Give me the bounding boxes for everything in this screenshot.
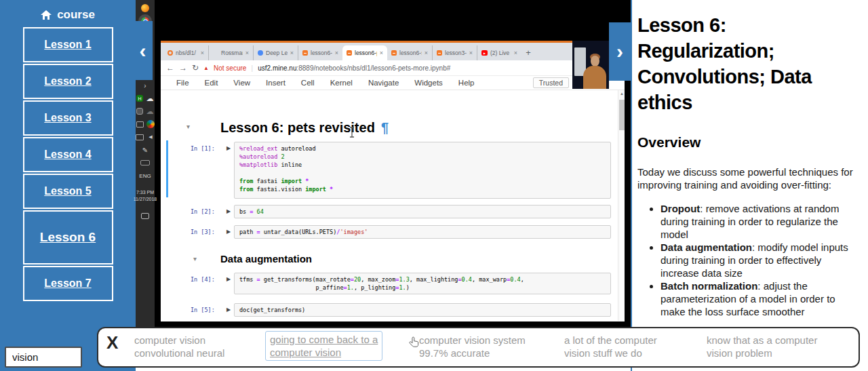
tab-close-icon[interactable]: × [425,50,428,56]
chevron-up-icon[interactable] [141,81,149,90]
browser-tab-4[interactable]: lesson6-pe× [342,45,387,60]
cloud-dark-icon[interactable] [146,107,154,115]
menu-edit[interactable]: Edit [205,79,218,87]
vm-icon[interactable] [136,95,143,102]
keyboard-icon[interactable] [140,160,150,165]
transcript-snippet-3[interactable]: a lot of the computervision stuff we do [564,334,657,359]
tab-close-icon[interactable]: × [335,50,338,56]
tab-close-icon[interactable]: × [380,50,383,56]
notification-icon[interactable] [141,213,149,219]
next-lesson-button[interactable]: › [609,22,631,81]
presenter-face [591,56,599,66]
clock-time: 7:33 PM [134,189,157,196]
lesson-video-player[interactable]: ENG7:33 PM11/27/2018 nbs/dl1/×Rossmann×D… [136,0,631,328]
code-token: from [239,178,253,184]
firefox-icon[interactable] [141,4,149,12]
hand-cursor-icon [409,336,420,349]
browser-tab-0[interactable]: nbs/dl1/× [163,45,208,60]
taskbar-row [136,120,155,128]
close-transcript-button[interactable]: X [106,332,118,353]
run-cell-icon[interactable]: ▶ [226,229,231,235]
sidebar-item-lesson-4[interactable]: Lesson 4 [23,137,113,172]
course-home-link[interactable]: course [0,0,136,22]
menu-insert[interactable]: Insert [266,79,285,87]
sidebar-item-lesson-1[interactable]: Lesson 1 [23,27,113,62]
tab-close-icon[interactable]: × [245,50,249,56]
not-secure-label: Not secure [214,64,246,72]
transcript-snippet-0[interactable]: computer visionconvolutional neural [134,334,224,359]
run-cell-icon[interactable]: ▶ [226,145,231,151]
taskbar-row [136,133,155,141]
language-indicator[interactable]: ENG [134,173,157,180]
sidebar-item-lesson-6[interactable]: Lesson 6 [23,210,113,265]
photos-icon[interactable] [136,108,143,115]
code-token: import [305,186,326,193]
lesson-list: Lesson 1Lesson 2Lesson 3Lesson 4Lesson 5… [0,27,136,301]
sidebar-item-lesson-3[interactable]: Lesson 3 [23,100,113,136]
menu-cell[interactable]: Cell [301,79,315,87]
code-cell[interactable]: tfms = get_transforms(max_rotate=20, max… [234,273,611,294]
transcript-search-input[interactable] [5,347,82,368]
snippet-line: vision problem [707,347,817,359]
run-cell-icon[interactable]: ▶ [226,208,231,214]
code-token: ) [406,284,410,291]
tab-title: lesson6-pe [355,50,377,56]
notebook-icon [437,50,442,56]
run-cell-icon[interactable]: ▶ [226,307,231,313]
monitor-icon[interactable] [136,134,144,140]
run-cell-icon[interactable]: ▶ [226,276,231,282]
menu-help[interactable]: Help [458,79,475,87]
sidebar-item-lesson-7[interactable]: Lesson 7 [23,266,113,301]
code-token: autoreload [277,145,315,152]
code-token: , [521,276,524,283]
tab-close-icon[interactable]: × [290,50,294,56]
code-cell[interactable]: path = untar_data(URLs.PETS)/'images' [234,225,611,239]
code-cell[interactable]: bs = 64 [234,205,611,218]
browser-tab-7[interactable]: (2) Live Ev× [477,45,521,60]
store-icon[interactable] [146,120,155,128]
code-token: 1. [399,284,406,291]
code-token: %matplotlib [239,161,277,168]
menu-navigate[interactable]: Navigate [368,79,399,87]
pilcrow-anchor-icon[interactable]: ¶ [381,120,389,136]
transcript-snippet-1[interactable]: going to come back to acomputer vision [265,331,382,361]
overview-bullet: Dropout: remove activations at random du… [660,202,861,241]
snippet-line: vision stuff we do [564,347,657,359]
code-token: , max_zoom [361,276,395,283]
browser-tab-5[interactable]: lesson6-su× [387,45,432,60]
chevron-left-icon: ‹ [140,39,146,62]
tab-title: Deep Lear [266,50,288,56]
tab-close-icon[interactable]: × [201,50,204,56]
collapse-icon[interactable]: ▾ [193,255,197,262]
prev-lesson-button[interactable]: ‹ [133,21,153,80]
code-cell[interactable]: doc(get_transforms) [234,303,611,317]
new-tab-button[interactable]: + [521,45,535,59]
menu-kernel[interactable]: Kernel [330,79,353,87]
tab-close-icon[interactable]: × [469,50,473,56]
sidebar-item-lesson-2[interactable]: Lesson 2 [23,64,113,99]
tab-close-icon[interactable]: × [514,50,517,56]
browser-tab-6[interactable]: lesson3-ca× [432,45,477,60]
pen-icon[interactable] [141,146,149,154]
transcript-snippet-4[interactable]: know that as a computervision problem [707,334,817,359]
window-icon[interactable] [136,121,144,128]
code-token: bs [239,208,250,215]
bullet-term: Batch normalization [660,280,757,292]
taskbar-row [140,159,150,167]
taskbar-row [141,212,149,220]
code-cell[interactable]: %reload_ext autoreload%autoreload 2%matp… [234,142,611,199]
taskbar-row [141,146,149,154]
code-token: fastai.vision [253,186,305,193]
menu-widgets[interactable]: Widgets [414,79,443,87]
browser-tab-2[interactable]: Deep Lear× [253,45,298,60]
menu-file[interactable]: File [176,79,189,87]
collapse-icon[interactable]: ▾ [186,123,190,130]
transcript-snippet-2[interactable]: computer vision system99.7% accurate [419,334,526,359]
browser-tab-1[interactable]: Rossmann× [208,45,253,60]
sidebar-item-lesson-5[interactable]: Lesson 5 [23,174,113,209]
volume-icon[interactable] [146,133,155,141]
onedrive-cloud-icon[interactable] [146,94,154,102]
menu-view[interactable]: View [233,79,250,87]
code-token: 0.4 [510,276,520,283]
browser-tab-3[interactable]: lesson6-ro× [298,45,342,60]
